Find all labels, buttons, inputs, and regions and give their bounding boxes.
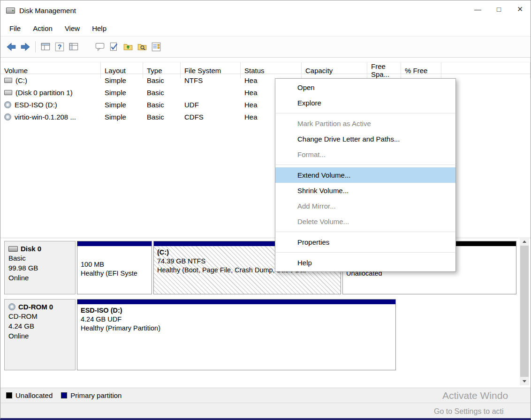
disk-type: Basic: [8, 254, 71, 262]
menu-item-format: Format...: [275, 147, 455, 162]
disk-size: 99.98 GB: [8, 263, 71, 272]
partition-efi-system[interactable]: 100 MB Healthy (EFI Syste: [77, 241, 152, 294]
toolbar: ?: [0, 36, 531, 58]
console-tree-icon[interactable]: [67, 40, 81, 54]
window-title: Disk Management: [19, 7, 76, 15]
disk-name: CD-ROM 0: [18, 303, 53, 311]
disk0-label-panel[interactable]: Disk 0 Basic 99.98 GB Online: [4, 241, 76, 294]
column-capacity[interactable]: Capacity: [302, 62, 367, 78]
partition-size: 100 MB: [81, 260, 148, 269]
activate-windows-watermark-subtext: Go to Settings to acti: [434, 407, 504, 416]
context-menu: Open Explore Mark Partition as Active Ch…: [275, 78, 456, 272]
menu-item-mark-partition-as-active: Mark Partition as Active: [275, 116, 455, 131]
menu-item-open[interactable]: Open: [275, 80, 455, 95]
file-system-value: CDFS: [181, 113, 241, 121]
type-value: Basic: [143, 113, 181, 121]
action-pane-icon[interactable]: [93, 40, 107, 54]
partition-status: Healthy (EFI Syste: [81, 269, 148, 278]
menu-separator: [276, 232, 455, 232]
console-window-icon[interactable]: [38, 40, 53, 54]
folder-search-icon[interactable]: [135, 40, 149, 54]
scrollbar-thumb[interactable]: [520, 246, 529, 377]
partition-esd-iso[interactable]: ESD-ISO (D:) 4.24 GB UDF Healthy (Primar…: [77, 299, 396, 370]
layout-value: Simple: [101, 113, 143, 121]
volume-name: (C:): [15, 76, 27, 84]
drive-icon: [4, 90, 12, 95]
menu-item-delete-volume: Delete Volume...: [275, 214, 455, 229]
column-percent-free[interactable]: % Free: [401, 62, 441, 78]
disk-name: Disk 0: [21, 245, 41, 253]
close-button[interactable]: ×: [509, 0, 531, 17]
primary-partition-bar: [77, 241, 152, 246]
volume-name: ESD-ISO (D:): [15, 101, 57, 109]
volume-table-header: Volume Layout Type File System Status Ca…: [0, 62, 531, 74]
menu-item-explore[interactable]: Explore: [275, 95, 455, 111]
unallocated-swatch: [6, 392, 12, 398]
menu-item-help[interactable]: Help: [275, 255, 455, 270]
primary-partition-bar: [77, 300, 395, 304]
layout-value: Simple: [101, 89, 143, 97]
menu-separator: [276, 252, 455, 253]
menu-separator: [276, 165, 455, 165]
scroll-up-icon[interactable]: [520, 237, 529, 246]
menu-help[interactable]: Help: [86, 22, 113, 35]
activate-windows-watermark: Activate Windo: [442, 390, 508, 401]
disk-size: 4.24 GB: [8, 322, 71, 330]
menu-item-shrink-volume[interactable]: Shrink Volume...: [275, 183, 455, 198]
menu-bar: File Action View Help: [0, 20, 531, 36]
disk-management-app-icon: [6, 8, 15, 14]
menu-separator: [276, 113, 455, 113]
toolbar-separator: [35, 41, 36, 52]
cdrom0-partitions: ESD-ISO (D:) 4.24 GB UDF Healthy (Primar…: [77, 299, 396, 370]
partition-size: 4.24 GB UDF: [81, 315, 392, 324]
file-system-value: UDF: [181, 101, 241, 109]
help-icon[interactable]: ?: [53, 40, 67, 54]
layout-value: Simple: [101, 76, 143, 84]
type-value: Basic: [143, 76, 181, 84]
maximize-button[interactable]: □: [488, 0, 509, 17]
disk-management-window: Disk Management — □ × File Action View H…: [0, 0, 531, 420]
menu-item-properties[interactable]: Properties: [275, 234, 455, 250]
check-document-icon[interactable]: [107, 40, 121, 54]
column-filler: [441, 62, 531, 78]
column-free-space[interactable]: Free Spa...: [367, 62, 401, 78]
menu-item-extend-volume[interactable]: Extend Volume...: [275, 167, 455, 183]
minimize-button[interactable]: —: [467, 0, 488, 17]
volume-name: (Disk 0 partition 1): [15, 89, 73, 97]
partition-title: ESD-ISO (D:): [81, 306, 392, 315]
partition-status: Healthy (Primary Partition): [81, 324, 392, 333]
window-controls: — □ ×: [467, 0, 531, 17]
vertical-scrollbar[interactable]: [520, 237, 529, 385]
details-icon[interactable]: [149, 40, 163, 54]
disk-type: CD-ROM: [8, 312, 71, 321]
legend-unallocated-label: Unallocated: [15, 391, 53, 399]
menu-file[interactable]: File: [3, 22, 27, 35]
menu-item-change-drive-letter[interactable]: Change Drive Letter and Paths...: [275, 131, 455, 147]
disk-drive-icon: [8, 246, 18, 252]
layout-value: Simple: [101, 101, 143, 109]
type-value: Basic: [143, 101, 181, 109]
forward-icon[interactable]: [18, 40, 32, 54]
menu-view[interactable]: View: [59, 22, 86, 35]
cdrom0-label-panel[interactable]: CD-ROM 0 CD-ROM 4.24 GB Online: [4, 299, 76, 370]
cd-icon: [4, 113, 11, 120]
disk-status: Online: [8, 273, 71, 282]
cd-icon: [4, 101, 11, 108]
menu-action[interactable]: Action: [27, 22, 59, 35]
primary-partition-swatch: [61, 392, 67, 398]
svg-text:?: ?: [58, 43, 62, 51]
cd-disc-icon: [8, 303, 15, 310]
menu-item-add-mirror: Add Mirror...: [275, 198, 455, 214]
scroll-down-icon[interactable]: [520, 377, 529, 385]
file-system-value: NTFS: [181, 76, 241, 84]
titlebar: Disk Management — □ ×: [0, 0, 531, 20]
disk-row: CD-ROM 0 CD-ROM 4.24 GB Online ESD-ISO (…: [4, 299, 531, 370]
back-icon[interactable]: [4, 40, 18, 54]
volume-name: virtio-win-0.1.208 ...: [15, 113, 76, 121]
drive-icon: [4, 78, 12, 83]
disk-status: Online: [8, 331, 71, 340]
folder-up-icon[interactable]: [121, 40, 135, 54]
legend-primary-label: Primary partition: [70, 391, 121, 399]
type-value: Basic: [143, 89, 181, 97]
